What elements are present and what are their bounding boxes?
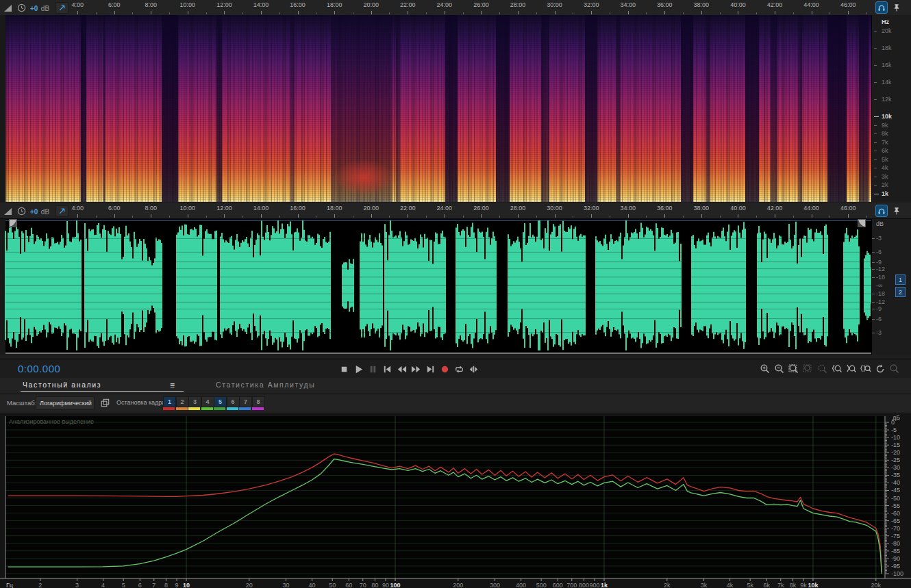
zoom-in-selection-button[interactable]	[788, 361, 799, 376]
ruler-label: 38:00	[688, 205, 715, 212]
fade-out-handle[interactable]	[858, 219, 866, 227]
zoom-to-selection-icon	[860, 363, 871, 374]
ruler-tick	[591, 11, 592, 14]
clock-icon[interactable]	[16, 3, 27, 13]
skip-forward-button[interactable]	[425, 361, 436, 376]
zoom-in-left-edge-button[interactable]	[831, 361, 843, 376]
waveform-timeline-ruler[interactable]: 4:006:008:0010:0012:0014:0016:0018:0020:…	[0, 203, 871, 218]
ruler-label: 34:00	[614, 1, 642, 8]
channel-badge-1[interactable]: 1	[895, 274, 906, 285]
db-tick-label: -10	[891, 434, 900, 441]
frame-hold-6[interactable]: 6	[227, 396, 240, 407]
clock-icon[interactable]	[16, 206, 27, 216]
freq-tick-label: 300	[490, 582, 500, 588]
ruler-tick	[242, 12, 243, 14]
zoom-out-button[interactable]	[773, 361, 785, 376]
zoom-in-button[interactable]	[759, 361, 771, 376]
ruler-tick	[628, 11, 629, 14]
ruler-tick	[518, 214, 519, 218]
waveform-display[interactable]	[0, 218, 871, 354]
time-display[interactable]: 0:00.000	[18, 363, 60, 374]
spot-healing-arrow-button[interactable]	[55, 2, 68, 14]
ruler-tick	[573, 216, 573, 218]
spectrogram-timeline-ruler[interactable]: 4:006:008:0010:0012:0014:0016:0018:0020:…	[0, 0, 871, 15]
frame-hold-8[interactable]: 8	[252, 396, 265, 407]
scale-label: Масштаб:	[7, 399, 36, 407]
db-scale-tick	[872, 294, 875, 294]
ruler-label: 46:00	[834, 205, 862, 212]
zoom-to-selection-button[interactable]	[860, 361, 871, 376]
volume-fade-icon[interactable]	[3, 206, 13, 216]
stop-button[interactable]	[338, 361, 350, 376]
freq-scale-label: 9k	[882, 122, 888, 129]
zoom-out-selection-button[interactable]	[802, 361, 814, 376]
pin-icon[interactable]	[892, 206, 901, 216]
db-scale-label: -6	[876, 316, 882, 322]
gain-value[interactable]: +0	[30, 208, 38, 216]
db-tick-label: -55	[891, 502, 900, 509]
freq-tick-label: 5	[122, 582, 125, 588]
copy-frames-icon[interactable]	[100, 398, 110, 408]
frame-hold-7[interactable]: 7	[239, 396, 252, 407]
ruler-tick	[334, 214, 335, 218]
tab-frequency-analysis[interactable]: Частотный анализ	[23, 381, 101, 389]
freq-tick-label: 60	[345, 582, 352, 588]
pause-button[interactable]	[367, 361, 379, 376]
skip-back-button[interactable]	[382, 361, 393, 376]
frame-hold-2[interactable]: 2	[176, 396, 189, 407]
freq-tick-label: 6	[138, 582, 142, 588]
freq-tick-label: 200	[453, 582, 463, 588]
headphones-monitor-icon[interactable]	[875, 1, 888, 14]
fade-in-handle[interactable]	[9, 219, 17, 227]
loop-playback-button[interactable]	[453, 361, 465, 376]
scale-dropdown[interactable]: Логарифмический	[36, 396, 95, 410]
ruler-tick	[518, 11, 519, 14]
ruler-tick	[829, 216, 830, 218]
channel-badge-2[interactable]: 2	[895, 287, 906, 297]
spectrogram-display[interactable]	[5, 15, 871, 202]
freq-scale-tick	[874, 133, 877, 134]
freq-tick-label: 30	[283, 582, 290, 588]
ruler-tick	[812, 11, 812, 14]
zoom-reset-selection-button[interactable]	[816, 361, 828, 376]
frame-hold-5[interactable]: 5	[214, 396, 227, 407]
freq-tick-label: 10	[183, 582, 190, 588]
ruler-tick	[463, 216, 464, 218]
db-scale-label: -9	[876, 259, 882, 266]
frame-hold-3[interactable]: 3	[188, 396, 201, 407]
gain-unit: dB	[41, 208, 49, 216]
ruler-tick	[77, 11, 78, 14]
ruler-label: 28:00	[504, 1, 532, 8]
ruler-label: 40:00	[724, 205, 751, 212]
frame-hold-4[interactable]: 4	[201, 396, 214, 407]
ruler-label: 36:00	[651, 1, 678, 8]
wave-scrollbar[interactable]	[5, 353, 871, 354]
frame-hold-1[interactable]: 1	[163, 396, 176, 407]
tab-amplitude-statistics[interactable]: Статистика Амплитуды	[216, 381, 315, 389]
skip-selection-button[interactable]	[468, 361, 479, 376]
gain-value[interactable]: +0	[30, 5, 38, 12]
ruler-tick	[188, 214, 188, 218]
chart-plot-area[interactable]	[5, 416, 884, 578]
spot-healing-arrow-button[interactable]	[55, 205, 68, 217]
pin-icon[interactable]	[892, 3, 901, 13]
ruler-label: 16:00	[284, 1, 312, 8]
panel-menu-icon[interactable]: ≡	[170, 381, 175, 390]
ruler-tick	[279, 216, 280, 218]
headphones-monitor-icon[interactable]	[875, 205, 888, 217]
fast-forward-button[interactable]	[410, 361, 422, 376]
zoom-in-selection-icon	[788, 363, 799, 374]
frequency-analysis-chart[interactable]: 0-5-10-15-20-25-30-35-40-45-50-55-60-65-…	[0, 413, 911, 588]
freq-tick-label: 5k	[747, 582, 753, 588]
record-button[interactable]	[439, 361, 451, 376]
zoom-in-right-edge-button[interactable]	[845, 361, 857, 376]
rewind-button[interactable]	[396, 361, 408, 376]
reset-zoom-button[interactable]	[874, 361, 886, 376]
ruler-label: 18:00	[321, 205, 348, 212]
freq-scale-label: 16k	[882, 62, 892, 68]
play-button[interactable]	[353, 361, 364, 376]
scale-dropdown-value: Логарифмический	[40, 400, 92, 407]
db-tick-label: -70	[891, 525, 900, 532]
volume-fade-icon[interactable]	[3, 3, 13, 13]
zoom-full-button[interactable]	[888, 361, 900, 376]
